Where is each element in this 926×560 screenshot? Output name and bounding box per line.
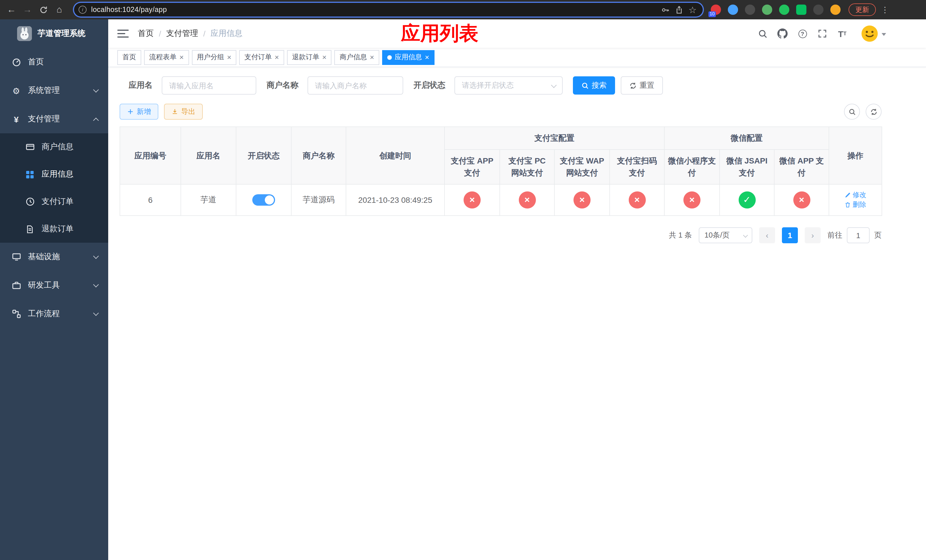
- tab-process-form[interactable]: 流程表单×: [144, 50, 189, 65]
- app-title: 芋道管理系统: [38, 29, 85, 39]
- browser-menu-icon[interactable]: ⋮: [879, 5, 891, 14]
- ext-green-circle-icon[interactable]: [779, 5, 789, 15]
- url-text: localhost:1024/pay/app: [91, 6, 167, 14]
- col-ops: 操作: [829, 127, 882, 184]
- avatar: [861, 25, 878, 42]
- search-button[interactable]: 搜索: [573, 76, 615, 95]
- home-icon[interactable]: ⌂: [51, 2, 67, 18]
- sidebar-item-payment-orders[interactable]: 支付订单: [0, 188, 108, 215]
- browser-update-button[interactable]: 更新: [849, 3, 876, 16]
- breadcrumb-payment[interactable]: 支付管理: [166, 29, 198, 39]
- logo[interactable]: 芋道管理系统: [0, 20, 108, 48]
- goto-page-input[interactable]: [847, 227, 870, 243]
- app-name-input[interactable]: [162, 76, 256, 95]
- sidebar-item-app-info[interactable]: 应用信息: [0, 160, 108, 188]
- col-group-wechat: 微信配置: [664, 127, 829, 150]
- breadcrumb-home[interactable]: 首页: [138, 29, 154, 39]
- tab-home[interactable]: 首页: [117, 50, 141, 65]
- payment-submenu: 商户信息 应用信息 支付订单: [0, 133, 108, 243]
- app-name-label: 应用名: [129, 80, 153, 91]
- merchant-name-label: 商户名称: [266, 80, 298, 91]
- cell-created: 2021-10-23 08:49:25: [346, 184, 445, 216]
- fullscreen-icon[interactable]: [817, 28, 828, 39]
- delete-link[interactable]: 删除: [844, 200, 866, 210]
- yen-icon: ¥: [11, 115, 21, 123]
- ext-blue-icon[interactable]: [728, 5, 738, 15]
- reset-button[interactable]: 重置: [621, 76, 663, 95]
- forward-icon[interactable]: →: [20, 2, 35, 18]
- tab-refund-orders[interactable]: 退款订单×: [287, 50, 332, 65]
- sidebar-item-dev-tools[interactable]: 研发工具: [0, 271, 108, 300]
- close-icon[interactable]: ×: [274, 53, 279, 61]
- sidebar: 芋道管理系统 首页 ⚙ 系统管理 ¥ 支付管理: [0, 20, 108, 560]
- wx-jsapi-status-icon: ✓: [738, 191, 755, 209]
- browser-window: ← → ⌂ i localhost:1024/pay/app ☆ 10: [0, 0, 926, 560]
- sidebar-item-refund-orders[interactable]: 退款订单: [0, 215, 108, 243]
- cell-app-id: 6: [120, 184, 181, 216]
- close-icon[interactable]: ×: [179, 53, 184, 61]
- status-select[interactable]: 请选择开启状态: [454, 76, 563, 95]
- sidebar-item-system[interactable]: ⚙ 系统管理: [0, 76, 108, 105]
- col-wx-jsapi: 微信 JSAPI 支付: [720, 150, 774, 184]
- tab-payment-orders[interactable]: 支付订单×: [239, 50, 284, 65]
- navbar-actions: ? TT: [757, 25, 886, 42]
- page-title: 应用列表: [401, 21, 478, 47]
- edit-link[interactable]: 修改: [844, 190, 866, 200]
- github-icon[interactable]: [777, 28, 788, 39]
- sidebar-item-workflow[interactable]: 工作流程: [0, 300, 108, 328]
- hamburger-icon[interactable]: [117, 30, 129, 38]
- close-icon[interactable]: ×: [425, 53, 429, 61]
- chevron-down-icon: [93, 87, 99, 92]
- table-row: 6 芋道 芋道源码 2021-10-23 08:49:25 × × × × × …: [120, 184, 882, 216]
- ext-puzzle-icon[interactable]: [813, 5, 823, 15]
- page-size-select[interactable]: 10条/页: [699, 227, 752, 243]
- ext-dark-icon[interactable]: [745, 5, 755, 15]
- tab-merchant-info[interactable]: 商户信息×: [334, 50, 379, 65]
- export-button[interactable]: 导出: [164, 104, 203, 120]
- cell-app-name: 芋道: [181, 184, 236, 216]
- reload-icon[interactable]: [35, 2, 51, 18]
- page-1-button[interactable]: 1: [782, 227, 798, 243]
- alipay-wap-status-icon: ×: [573, 191, 590, 209]
- wx-app-status-icon: ×: [793, 191, 810, 209]
- total-count: 共 1 条: [669, 230, 692, 241]
- workflow-icon: [11, 309, 21, 318]
- back-icon[interactable]: ←: [3, 2, 20, 18]
- sidebar-item-payment[interactable]: ¥ 支付管理: [0, 105, 108, 133]
- tab-app-info[interactable]: 应用信息×: [382, 50, 434, 65]
- next-page-button[interactable]: ›: [805, 227, 821, 243]
- share-icon[interactable]: [672, 3, 686, 17]
- col-alipay-app: 支付宝 APP 支付: [445, 150, 500, 184]
- sidebar-item-infrastructure[interactable]: 基础设施: [0, 243, 108, 271]
- tab-user-group[interactable]: 用户分组×: [192, 50, 236, 65]
- close-icon[interactable]: ×: [227, 53, 231, 61]
- help-icon[interactable]: ?: [797, 28, 808, 39]
- site-info-icon[interactable]: i: [79, 6, 86, 14]
- toggle-search-icon[interactable]: [844, 104, 860, 120]
- prev-page-button[interactable]: ‹: [759, 227, 775, 243]
- ext-green-square-icon[interactable]: [796, 5, 806, 15]
- table-toolbar: 新增 导出: [120, 104, 882, 120]
- ext-avatar-icon[interactable]: [762, 5, 772, 15]
- user-menu[interactable]: [861, 25, 886, 42]
- wx-mini-status-icon: ×: [683, 191, 701, 209]
- col-alipay-wap: 支付宝 WAP 网站支付: [554, 150, 610, 184]
- ext-red-icon[interactable]: 10: [711, 5, 721, 15]
- goto-unit: 页: [874, 230, 882, 241]
- status-toggle[interactable]: [252, 194, 275, 206]
- page-content: 应用名 商户名称 开启状态 请选择开启状态: [108, 67, 926, 243]
- close-icon[interactable]: ×: [370, 53, 374, 61]
- ext-orange-icon[interactable]: [830, 5, 841, 15]
- refresh-icon[interactable]: [865, 104, 882, 120]
- address-bar[interactable]: i localhost:1024/pay/app ☆: [74, 3, 703, 17]
- search-icon[interactable]: [757, 28, 768, 39]
- close-icon[interactable]: ×: [322, 53, 327, 61]
- password-key-icon[interactable]: [658, 3, 672, 17]
- merchant-name-input[interactable]: [307, 76, 403, 95]
- sidebar-item-home[interactable]: 首页: [0, 48, 108, 76]
- bookmark-star-icon[interactable]: ☆: [686, 3, 699, 17]
- font-size-icon[interactable]: TT: [837, 28, 848, 39]
- add-button[interactable]: 新增: [120, 104, 158, 120]
- sidebar-item-merchant-info[interactable]: 商户信息: [0, 133, 108, 160]
- dashboard-icon: [11, 58, 21, 67]
